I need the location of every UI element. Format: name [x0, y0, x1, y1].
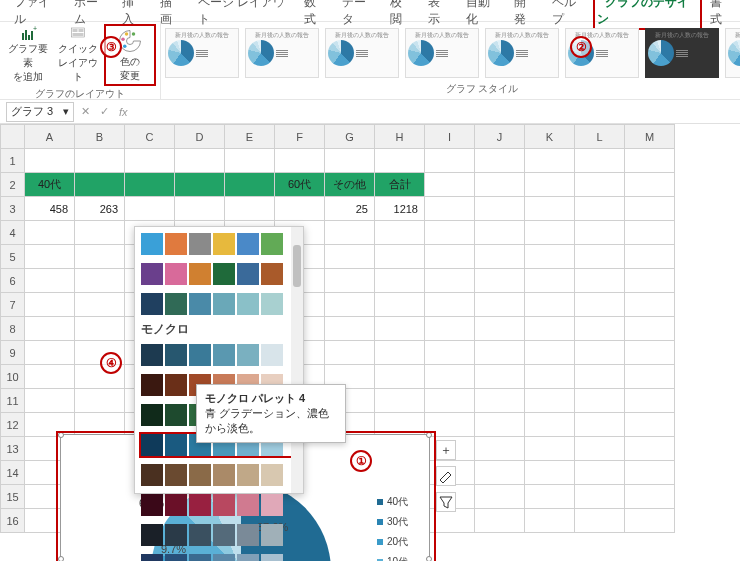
cell[interactable]	[425, 413, 475, 437]
cell[interactable]	[475, 149, 525, 173]
cell[interactable]	[475, 389, 525, 413]
column-header[interactable]: J	[475, 125, 525, 149]
cell[interactable]	[625, 413, 675, 437]
cell[interactable]	[575, 173, 625, 197]
column-header[interactable]: G	[325, 125, 375, 149]
row-header[interactable]: 11	[1, 389, 25, 413]
column-header[interactable]: I	[425, 125, 475, 149]
cell[interactable]	[525, 485, 575, 509]
cell[interactable]	[575, 365, 625, 389]
cell[interactable]	[525, 389, 575, 413]
cell[interactable]	[525, 509, 575, 533]
cell[interactable]	[375, 389, 425, 413]
cell[interactable]	[25, 269, 75, 293]
legend-item[interactable]: 10代	[377, 555, 417, 561]
row-header[interactable]: 1	[1, 149, 25, 173]
cell[interactable]	[625, 365, 675, 389]
cell[interactable]	[625, 437, 675, 461]
cell[interactable]	[625, 245, 675, 269]
row-header[interactable]: 16	[1, 509, 25, 533]
cell[interactable]	[425, 365, 475, 389]
row-header[interactable]: 14	[1, 461, 25, 485]
row-header[interactable]: 2	[1, 173, 25, 197]
cell[interactable]	[425, 293, 475, 317]
enter-icon[interactable]: ✓	[97, 105, 112, 118]
cell[interactable]	[575, 197, 625, 221]
cell[interactable]	[525, 149, 575, 173]
cell[interactable]	[25, 293, 75, 317]
cell[interactable]	[425, 245, 475, 269]
cell[interactable]	[325, 245, 375, 269]
cell[interactable]	[325, 269, 375, 293]
cell[interactable]	[375, 149, 425, 173]
cell[interactable]	[425, 221, 475, 245]
name-box[interactable]: グラフ 3▾	[6, 102, 74, 122]
cell[interactable]	[425, 269, 475, 293]
chevron-down-icon[interactable]: ▾	[63, 105, 69, 118]
cell[interactable]	[625, 461, 675, 485]
column-header[interactable]: M	[625, 125, 675, 149]
row-header[interactable]: 9	[1, 341, 25, 365]
column-header[interactable]: K	[525, 125, 575, 149]
chart-style-thumb[interactable]: 新月後の人数の報告	[565, 28, 639, 78]
cell[interactable]	[575, 461, 625, 485]
cell[interactable]	[125, 197, 175, 221]
cell[interactable]	[525, 173, 575, 197]
chart-styles-gallery[interactable]: 新月後の人数の報告新月後の人数の報告新月後の人数の報告新月後の人数の報告新月後の…	[165, 24, 740, 81]
cell[interactable]	[575, 245, 625, 269]
dropdown-scrollbar[interactable]	[291, 227, 303, 493]
chart-styles-icon[interactable]	[436, 466, 456, 486]
palette-row[interactable]	[139, 291, 299, 317]
cell[interactable]	[575, 149, 625, 173]
column-header[interactable]: L	[575, 125, 625, 149]
chart-elements-icon[interactable]: ＋	[436, 440, 456, 460]
cell[interactable]	[425, 149, 475, 173]
cell[interactable]	[275, 197, 325, 221]
cell[interactable]	[475, 437, 525, 461]
cell[interactable]	[225, 197, 275, 221]
column-header[interactable]: C	[125, 125, 175, 149]
cell[interactable]	[475, 413, 525, 437]
cell[interactable]	[575, 413, 625, 437]
cell[interactable]	[575, 317, 625, 341]
cell[interactable]	[225, 173, 275, 197]
row-header[interactable]: 8	[1, 317, 25, 341]
cell[interactable]	[175, 173, 225, 197]
fx-icon[interactable]: fx	[116, 106, 131, 118]
cell[interactable]	[75, 317, 125, 341]
cell[interactable]	[525, 437, 575, 461]
cell[interactable]	[75, 293, 125, 317]
cell[interactable]	[375, 221, 425, 245]
cell[interactable]: 1218	[375, 197, 425, 221]
cell[interactable]	[25, 341, 75, 365]
cell[interactable]	[425, 389, 475, 413]
cell[interactable]	[425, 197, 475, 221]
cell[interactable]	[325, 221, 375, 245]
cell[interactable]	[25, 413, 75, 437]
cell[interactable]	[525, 341, 575, 365]
chart-legend[interactable]: 40代30代20代10代60代その他	[377, 495, 417, 561]
palette-row[interactable]	[139, 342, 299, 368]
cell[interactable]	[525, 413, 575, 437]
palette-row[interactable]	[139, 261, 299, 287]
cell[interactable]	[75, 413, 125, 437]
cell[interactable]	[25, 317, 75, 341]
cell[interactable]	[375, 413, 425, 437]
cell[interactable]	[75, 149, 125, 173]
palette-row[interactable]	[139, 492, 299, 518]
cell[interactable]	[25, 245, 75, 269]
cell[interactable]	[475, 461, 525, 485]
column-header[interactable]: H	[375, 125, 425, 149]
palette-row[interactable]	[139, 231, 299, 257]
cell[interactable]	[75, 341, 125, 365]
chart-filter-icon[interactable]	[436, 492, 456, 512]
cell[interactable]	[325, 293, 375, 317]
cell[interactable]	[475, 293, 525, 317]
cell[interactable]	[75, 389, 125, 413]
row-header[interactable]: 10	[1, 365, 25, 389]
cell[interactable]	[125, 149, 175, 173]
cell[interactable]	[375, 317, 425, 341]
row-header[interactable]: 13	[1, 437, 25, 461]
cell[interactable]	[75, 221, 125, 245]
cell[interactable]	[425, 173, 475, 197]
